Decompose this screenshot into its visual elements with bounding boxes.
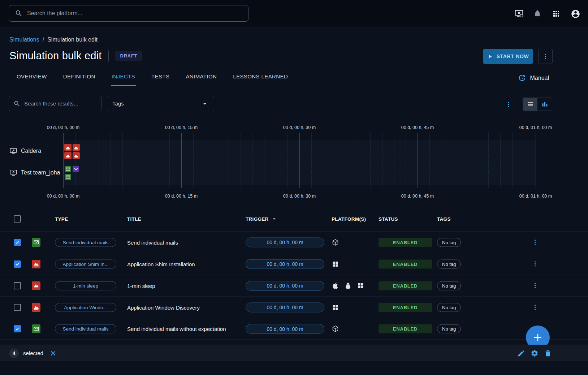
row-checkbox[interactable] (14, 239, 21, 246)
agent-deploy-icon[interactable] (514, 9, 524, 18)
start-now-button[interactable]: START NOW (483, 49, 533, 64)
bulk-delete-button[interactable] (544, 349, 552, 357)
table-row[interactable]: Send individual mails Send individual ma… (0, 318, 588, 340)
axis-tick: 00 d, 00 h, 00 m (47, 125, 79, 130)
row-kebab-menu[interactable] (532, 282, 539, 290)
row-kebab-menu[interactable] (532, 260, 539, 268)
caldera-inject-marker[interactable] (73, 144, 80, 151)
row-kebab-menu[interactable] (532, 238, 539, 246)
results-search[interactable] (9, 96, 101, 111)
tab-bar: OVERVIEW DEFINITION INJECTS TESTS ANIMAT… (16, 70, 289, 86)
tag-chip[interactable]: No tag (437, 259, 461, 268)
inject-title: Application Window Discovery (127, 304, 200, 310)
apps-grid-icon[interactable] (552, 9, 561, 18)
bulk-test-button[interactable] (531, 349, 539, 357)
row-checkbox[interactable] (14, 260, 21, 268)
caldera-inject-marker[interactable] (64, 152, 72, 159)
platform-search-input[interactable] (27, 10, 242, 17)
clear-selection-button[interactable] (49, 349, 57, 357)
inject-type-chip[interactable]: 1-min sleep (55, 281, 116, 290)
chart-view-button[interactable] (537, 98, 552, 111)
tab-lessons-learned[interactable]: LESSONS LEARNED (232, 70, 289, 86)
tag-chip[interactable]: No tag (437, 281, 461, 290)
axis-tick: 00 d, 00 h, 30 m (283, 194, 316, 199)
inject-type-chip[interactable]: Send individual mails (55, 238, 116, 247)
mail-inject-marker[interactable] (65, 174, 71, 180)
caldera-inject-icon (32, 260, 40, 268)
results-search-input[interactable] (24, 100, 97, 107)
selection-label: selected (23, 350, 43, 356)
mail-inject-marker[interactable] (65, 166, 71, 172)
breadcrumb: Simulations / Simulation bulk edit (9, 36, 98, 43)
trigger-time-chip[interactable]: 00 d, 00 h, 00 m (246, 281, 324, 290)
bulk-edit-button[interactable] (517, 349, 525, 357)
row-checkbox[interactable] (14, 304, 21, 311)
trigger-time-chip[interactable]: 00 d, 00 h, 00 m (246, 259, 324, 269)
account-circle-icon[interactable] (571, 9, 580, 18)
header-kebab-menu[interactable] (538, 49, 553, 64)
select-all-checkbox[interactable] (14, 215, 21, 223)
tab-injects[interactable]: INJECTS (111, 70, 136, 86)
tag-chip[interactable]: No tag (437, 324, 461, 333)
notifications-bell-icon[interactable] (533, 9, 542, 18)
tags-dropdown[interactable]: Tags (107, 96, 214, 111)
kebab-icon (505, 101, 512, 108)
tab-overview[interactable]: OVERVIEW (16, 70, 48, 86)
col-header-status[interactable]: STATUS (379, 216, 398, 222)
filter-kebab-menu[interactable] (505, 100, 512, 108)
col-header-platforms[interactable]: PLATFORM(S) (332, 216, 366, 222)
injects-timeline: 00 d, 00 h, 00 m 00 d, 00 h, 15 m 00 d, … (0, 123, 588, 203)
caldera-inject-marker[interactable] (64, 144, 72, 151)
inject-type-chip[interactable]: Application Windo... (55, 303, 116, 312)
trigger-time-chip[interactable]: 00 d, 00 h, 00 m (246, 302, 324, 312)
kebab-icon (532, 239, 539, 246)
update-clock-icon (518, 74, 526, 82)
tag-chip[interactable]: No tag (437, 238, 461, 247)
trigger-time-chip[interactable]: 00 d, 00 h, 00 m (246, 324, 324, 334)
inject-title: Send individual mails (127, 239, 178, 245)
col-header-trigger[interactable]: TRIGGER (246, 216, 277, 222)
col-header-type[interactable]: TYPE (55, 216, 68, 222)
injects-table: TYPE TITLE TRIGGER PLATFORM(S) STATUS TA… (0, 207, 588, 340)
apple-platform-icon (332, 282, 339, 289)
col-header-tags[interactable]: TAGS (437, 216, 451, 222)
tab-definition[interactable]: DEFINITION (62, 70, 96, 86)
gridline-minor (370, 133, 371, 188)
gridline-minor (87, 133, 87, 188)
plus-icon (532, 332, 543, 343)
generic-platform-icon (332, 325, 339, 333)
table-row[interactable]: Application Shim In... Application Shim … (0, 253, 588, 275)
inject-type-chip[interactable]: Application Shim In... (55, 259, 116, 268)
list-view-button[interactable] (523, 98, 537, 111)
breadcrumb-simulations-link[interactable]: Simulations (9, 36, 39, 43)
gridline-minor (205, 133, 205, 188)
row-checkbox[interactable] (14, 282, 21, 289)
col-header-title[interactable]: TITLE (127, 216, 141, 222)
timeline-row-label-caldera: Caldera (9, 147, 62, 155)
update-mode-select[interactable]: Manual (518, 74, 549, 82)
selection-toolbar: 4 selected (0, 345, 588, 361)
platform-search[interactable] (9, 5, 248, 22)
page-header: Simulation bulk edit DRAFT (9, 50, 142, 62)
gridline-minor (465, 133, 465, 188)
email-inject-icon (32, 324, 40, 333)
row-checkbox[interactable] (14, 325, 21, 332)
trigger-time-chip[interactable]: 00 d, 00 h, 00 m (246, 237, 324, 247)
breadcrumb-current: Simulation bulk edit (47, 36, 98, 43)
table-row[interactable]: Send individual mails Send individual ma… (0, 231, 588, 253)
tab-tests[interactable]: TESTS (151, 70, 170, 86)
timeline-row-name: Caldera (21, 148, 41, 154)
table-row[interactable]: 1-min sleep 1-min sleep 00 d, 00 h, 00 m… (0, 275, 588, 296)
platform-icons (332, 303, 339, 311)
row-kebab-menu[interactable] (532, 303, 539, 311)
gridline-minor (359, 133, 359, 188)
kebab-icon (542, 53, 549, 60)
tag-chip[interactable]: No tag (437, 303, 461, 312)
inject-type-chip[interactable]: Send individual mails (55, 324, 116, 333)
kebab-icon (532, 282, 539, 289)
gridline-minor (252, 133, 252, 188)
table-row[interactable]: Application Windo... Application Window … (0, 296, 588, 318)
tab-animation[interactable]: ANIMATION (185, 70, 217, 86)
caldera-inject-marker[interactable] (73, 152, 80, 159)
channel-inject-marker[interactable] (73, 166, 79, 172)
